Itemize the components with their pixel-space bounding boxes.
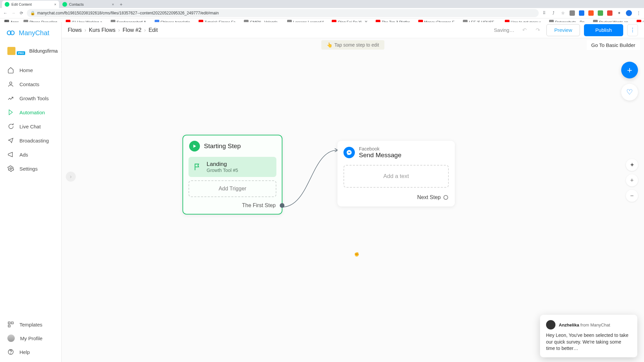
sidebar-item-templates[interactable]: Templates (0, 318, 61, 331)
tap-icon: 👆 (327, 42, 332, 48)
saving-status: Saving… (494, 27, 515, 33)
url-text: manychat.com/fb198150208192618/cms/files… (37, 11, 219, 15)
help-icon (7, 349, 14, 355)
sidebar-item-ads[interactable]: Ads (0, 147, 61, 162)
svg-rect-6 (8, 325, 10, 327)
breadcrumb-item[interactable]: Kurs Flows (89, 27, 115, 33)
address-bar[interactable]: 🔒 manychat.com/fb198150208192618/cms/fil… (27, 9, 539, 17)
add-trigger-button[interactable]: Add Trigger (189, 180, 276, 197)
contacts-icon (7, 81, 14, 87)
cursor-icon: ✊ (354, 252, 359, 257)
profile-avatar-icon[interactable] (626, 10, 632, 16)
sidebar-item-growth-tools[interactable]: Growth Tools (0, 91, 61, 105)
starting-step-node[interactable]: Starting Step ✊ Landing Growth Tool #5 A… (182, 135, 282, 215)
chat-icon (7, 123, 14, 130)
forward-icon[interactable]: → (11, 10, 16, 16)
go-basic-builder-button[interactable]: Go To Basic Builder (587, 40, 640, 50)
more-menu-button[interactable]: ⋮ (627, 24, 638, 36)
share-icon[interactable]: ⤴ (551, 10, 556, 16)
breadcrumb-item[interactable]: Flows (68, 27, 82, 33)
growth-icon (7, 95, 14, 102)
tab-strip: Edit Content × Contacts × + (0, 0, 644, 8)
extension-icon[interactable] (570, 10, 575, 16)
trigger-card[interactable]: Landing Growth Tool #5 (189, 157, 276, 177)
star-icon[interactable]: ☆ (560, 10, 566, 16)
chevron-right-icon: › (144, 27, 146, 33)
sidebar-item-profile[interactable]: My Profile (0, 331, 61, 345)
node-header: Facebook Send Message (337, 141, 455, 162)
avatar-icon (7, 335, 15, 342)
breadcrumb-current: Edit (149, 27, 158, 33)
workspace-logo-icon (7, 47, 15, 55)
tab-title: Contacts (69, 2, 84, 6)
puzzle-icon[interactable]: ✦ (616, 10, 622, 16)
chevron-right-icon: › (85, 27, 86, 33)
workspace-switcher[interactable]: PRO Bildungsfirma ⌄ (4, 44, 57, 58)
add-node-fab[interactable]: + (621, 62, 638, 78)
ads-icon (7, 151, 14, 158)
sidebar-item-help[interactable]: Help (0, 345, 61, 359)
brand-logo[interactable]: ManyChat (0, 22, 61, 42)
sidebar-item-live-chat[interactable]: Live Chat (0, 119, 61, 133)
sidebar-item-automation[interactable]: Automation (0, 105, 61, 119)
trigger-subtitle: Growth Tool #5 (207, 168, 238, 173)
main-area: Flows › Kurs Flows › Flow #2 › Edit Savi… (62, 22, 644, 362)
landing-flag-icon (193, 163, 202, 171)
send-message-node[interactable]: Facebook Send Message Add a text Next St… (337, 141, 455, 206)
connector-output[interactable] (280, 203, 284, 208)
chat-sender-name: Anzhelika (559, 322, 579, 327)
close-icon[interactable]: × (112, 2, 114, 6)
back-icon[interactable]: ← (3, 10, 8, 16)
chat-widget[interactable]: Anzhelika from ManyChat Hey Leon, You've… (540, 315, 637, 357)
chevron-right-icon: › (118, 27, 120, 33)
chat-body: Hey Leon, You've been selected to take o… (546, 332, 631, 352)
manychat-logo-icon (6, 28, 15, 38)
facebook-messenger-icon (343, 147, 355, 158)
connector-output[interactable] (443, 195, 448, 200)
browser-tab[interactable]: Contacts × (60, 1, 117, 8)
redo-icon[interactable]: ↷ (533, 25, 542, 35)
topbar: Flows › Kurs Flows › Flow #2 › Edit Savi… (62, 22, 644, 38)
chat-from: from ManyChat (580, 322, 610, 327)
breadcrumb-item[interactable]: Flow #2 (123, 27, 142, 33)
svg-point-3 (10, 168, 12, 170)
node-title: Send Message (359, 152, 401, 159)
zoom-in-button[interactable]: + (626, 174, 638, 186)
sidebar-collapse-handle[interactable]: › (66, 172, 76, 182)
pro-badge: PRO (17, 51, 25, 55)
auto-layout-button[interactable]: ✦ (626, 159, 638, 171)
browser-tab-active[interactable]: Edit Content × (2, 1, 59, 8)
extension-icon[interactable] (588, 10, 594, 16)
flow-canvas[interactable]: 👆 Tap some step to edit Go To Basic Buil… (62, 38, 644, 362)
close-icon[interactable]: × (54, 2, 56, 6)
zoom-out-button[interactable]: − (626, 190, 638, 202)
sidebar-item-settings[interactable]: Settings (0, 162, 61, 176)
home-icon (7, 67, 14, 73)
extension-icon[interactable] (579, 10, 584, 16)
gear-icon (7, 165, 14, 172)
new-tab-button[interactable]: + (117, 1, 125, 8)
svg-rect-4 (8, 322, 10, 324)
preview-button[interactable]: Preview (546, 24, 580, 36)
node-header: Starting Step (183, 135, 282, 155)
sidebar-item-contacts[interactable]: Contacts (0, 77, 61, 91)
undo-icon[interactable]: ↶ (520, 25, 529, 35)
favicon-icon (5, 2, 9, 7)
sidebar-item-broadcasting[interactable]: Broadcasting (0, 133, 61, 147)
extension-icon[interactable] (598, 10, 603, 16)
play-icon (189, 141, 200, 152)
lock-icon: 🔒 (30, 11, 35, 15)
reload-icon[interactable]: ⟳ (19, 10, 24, 16)
sidebar-bottom: Templates My Profile Help (0, 318, 61, 362)
add-text-button[interactable]: Add a text (343, 165, 449, 188)
sidebar: ManyChat PRO Bildungsfirma ⌄ Home Contac… (0, 22, 62, 362)
sidebar-item-home[interactable]: Home (0, 63, 61, 77)
canvas-hint: 👆 Tap some step to edit (321, 40, 384, 50)
translate-icon[interactable]: ⠿ (541, 10, 547, 16)
favorite-fab[interactable]: ♡ (621, 84, 638, 101)
publish-button[interactable]: Publish (584, 24, 623, 36)
breadcrumb: Flows › Kurs Flows › Flow #2 › Edit (68, 27, 158, 33)
extension-icon[interactable] (607, 10, 612, 16)
menu-icon[interactable]: ⋮ (636, 10, 641, 16)
app-frame: ManyChat PRO Bildungsfirma ⌄ Home Contac… (0, 22, 644, 362)
